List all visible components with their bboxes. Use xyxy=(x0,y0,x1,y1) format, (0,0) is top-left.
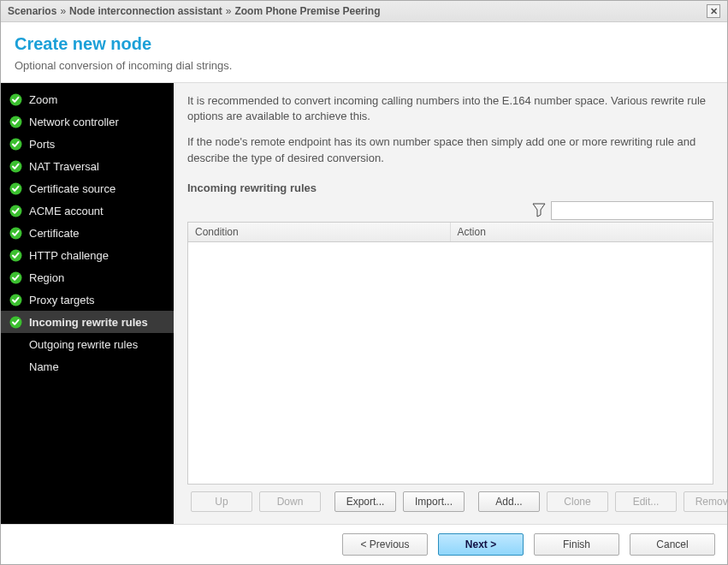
sidebar-step[interactable]: Network controller xyxy=(1,110,174,133)
remove-button[interactable]: Remove xyxy=(684,491,727,512)
sidebar-step[interactable]: HTTP challenge xyxy=(1,244,174,266)
sidebar-step-label: Zoom xyxy=(29,93,57,106)
sidebar-step-label: Incoming rewrite rules xyxy=(29,316,148,329)
sidebar-step[interactable]: ACME account xyxy=(1,199,174,222)
check-icon xyxy=(9,294,22,306)
sidebar-step[interactable]: Outgoing rewrite rules xyxy=(1,333,174,355)
table-header-row: Condition Action xyxy=(188,223,713,242)
wizard-steps-sidebar: ZoomNetwork controllerPortsNAT Traversal… xyxy=(1,83,174,524)
down-button[interactable]: Down xyxy=(259,491,321,512)
sidebar-step-label: Name xyxy=(29,360,59,373)
breadcrumb-item[interactable]: Zoom Phone Premise Peering xyxy=(234,5,380,17)
sidebar-step[interactable]: Ports xyxy=(1,133,174,155)
sidebar-step[interactable]: Certificate source xyxy=(1,177,174,199)
up-button[interactable]: Up xyxy=(191,491,252,512)
info-paragraph: It is recommended to convert incoming ca… xyxy=(187,93,713,124)
finish-button[interactable]: Finish xyxy=(534,533,619,556)
section-title: Incoming rewriting rules xyxy=(187,181,713,194)
sidebar-step-label: HTTP challenge xyxy=(29,249,109,262)
rules-table: Condition Action xyxy=(187,222,713,485)
sidebar-step-label: Certificate source xyxy=(29,182,115,195)
check-icon xyxy=(9,316,22,329)
wizard-footer: < Previous Next > Finish Cancel xyxy=(1,524,727,564)
check-icon xyxy=(9,227,22,240)
check-icon xyxy=(9,138,22,151)
close-button[interactable]: ✕ xyxy=(707,4,720,18)
add-button[interactable]: Add... xyxy=(478,491,540,512)
sidebar-step-label: Ports xyxy=(29,138,55,151)
breadcrumb-separator: » xyxy=(60,5,66,17)
check-icon xyxy=(9,271,22,284)
wizard-window: Scenarios » Node interconnection assista… xyxy=(0,0,728,565)
column-header-action[interactable]: Action xyxy=(451,223,713,241)
filter-icon[interactable] xyxy=(532,203,546,218)
sidebar-step[interactable]: Certificate xyxy=(1,222,174,244)
clone-button[interactable]: Clone xyxy=(547,491,608,512)
check-icon xyxy=(9,116,22,128)
check-icon xyxy=(9,205,22,217)
import-button[interactable]: Import... xyxy=(403,491,465,512)
titlebar: Scenarios » Node interconnection assista… xyxy=(1,1,727,22)
breadcrumb-separator: » xyxy=(226,5,232,17)
header: Create new node Optional conversion of i… xyxy=(1,22,727,82)
sidebar-step[interactable]: Proxy targets xyxy=(1,288,174,311)
breadcrumb-item[interactable]: Node interconnection assistant xyxy=(69,5,222,17)
page-subtitle: Optional conversion of incoming dial str… xyxy=(15,59,713,72)
sidebar-step[interactable]: Name xyxy=(1,355,174,378)
column-header-condition[interactable]: Condition xyxy=(188,223,451,241)
page-title: Create new node xyxy=(15,34,713,54)
sidebar-step-label: ACME account xyxy=(29,205,104,217)
sidebar-step-label: Proxy targets xyxy=(29,294,95,306)
check-icon xyxy=(9,182,22,195)
body: ZoomNetwork controllerPortsNAT Traversal… xyxy=(1,82,727,524)
sidebar-step[interactable]: Zoom xyxy=(1,88,174,110)
check-icon xyxy=(9,93,22,106)
sidebar-step[interactable]: Incoming rewrite rules xyxy=(1,311,174,333)
check-icon xyxy=(9,160,22,173)
edit-button[interactable]: Edit... xyxy=(615,491,677,512)
main-panel: It is recommended to convert incoming ca… xyxy=(174,83,727,524)
close-icon: ✕ xyxy=(710,7,718,16)
table-button-row: Up Down Export... Import... Add... Clone… xyxy=(187,485,713,515)
sidebar-step-label: Certificate xyxy=(29,227,80,240)
sidebar-step-label: Region xyxy=(29,271,64,284)
sidebar-step[interactable]: NAT Traversal xyxy=(1,155,174,177)
sidebar-step-label: Network controller xyxy=(29,116,119,128)
filter-row xyxy=(187,201,713,220)
next-button[interactable]: Next > xyxy=(438,533,524,556)
export-button[interactable]: Export... xyxy=(334,491,396,512)
info-paragraph: If the node's remote endpoint has its ow… xyxy=(187,134,713,165)
table-body[interactable] xyxy=(188,242,713,484)
sidebar-step-label: Outgoing rewrite rules xyxy=(29,338,138,351)
breadcrumb-item[interactable]: Scenarios xyxy=(8,5,56,17)
previous-button[interactable]: < Previous xyxy=(342,533,428,556)
sidebar-step[interactable]: Region xyxy=(1,266,174,288)
check-icon xyxy=(9,249,22,262)
cancel-button[interactable]: Cancel xyxy=(630,533,715,556)
filter-input[interactable] xyxy=(551,201,713,220)
sidebar-step-label: NAT Traversal xyxy=(29,160,99,173)
